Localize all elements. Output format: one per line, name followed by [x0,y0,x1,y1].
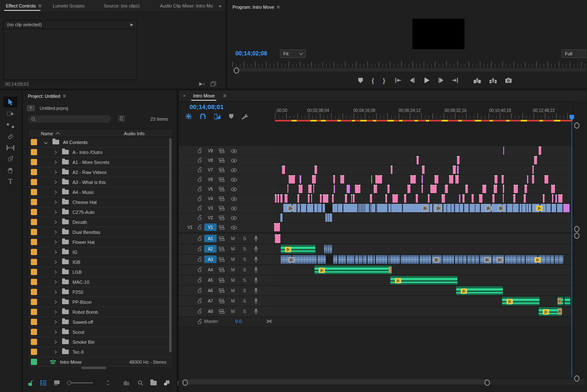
timeline-clip[interactable] [455,175,459,184]
timeline-panel-menu-icon[interactable]: ≡ [223,93,226,99]
program-scrubber-track[interactable] [232,68,587,72]
timeline-clip[interactable] [315,166,317,174]
expand-chevron-icon[interactable] [53,300,57,303]
track-lock-icon-A4[interactable] [197,267,203,273]
timeline-clip[interactable] [274,223,280,231]
project-sequence-row[interactable]: Intro Move48000 Hz - Stereo [28,357,173,367]
track-select-forward-tool[interactable] [3,109,17,119]
track-lock-icon-V5[interactable] [197,186,203,192]
zoom-slider[interactable] [67,381,93,385]
snap-magnet-icon[interactable] [200,114,206,119]
track-lock-icon-V8[interactable] [197,157,203,163]
label-color-chip[interactable] [31,349,37,355]
project-bin-row[interactable]: Decath [28,217,173,227]
expand-chevron-icon[interactable] [53,320,57,323]
project-panel-title[interactable]: Project: Untitled [28,94,60,99]
fx-badge[interactable]: fx [485,206,492,211]
timeline-clip[interactable] [435,175,438,184]
timeline-clip[interactable] [385,194,387,203]
solo-button-A2[interactable]: S [242,246,247,252]
expand-chevron-icon[interactable] [53,290,57,293]
razor-tool[interactable] [3,131,17,142]
project-bin-row[interactable]: Robot Bomb [28,307,173,317]
mute-button-A8[interactable]: M [230,308,236,314]
label-color-chip[interactable] [31,329,37,335]
mark-out-icon[interactable]: } [383,77,385,84]
timeline-clip[interactable] [495,175,497,184]
track-name-V1[interactable]: V1 [204,223,217,231]
fx-badge[interactable]: fx [497,257,503,263]
timeline-clip[interactable] [503,146,504,155]
expand-chevron-icon[interactable] [53,180,57,184]
sync-lock-icon-V5[interactable] [218,186,225,192]
hscroll-right-handle[interactable] [485,380,490,386]
label-color-chip[interactable] [31,179,37,185]
timeline-clip[interactable] [557,297,563,305]
expand-chevron-icon[interactable] [53,280,57,283]
timeline-clip[interactable] [445,185,448,193]
timeline-clip[interactable] [325,213,327,222]
hscroll-left-handle[interactable] [182,380,188,386]
export-frame-camera-icon[interactable] [505,78,512,83]
timeline-clip[interactable] [282,166,285,174]
track-lock-icon-V4[interactable] [197,196,203,201]
label-color-chip[interactable] [31,159,37,165]
add-marker-icon[interactable] [358,78,363,83]
fx-badge[interactable]: fx [285,247,291,252]
fx-badge[interactable]: fx [543,309,549,315]
toggle-output-eye-icon-V3[interactable] [230,206,237,211]
mute-button-A1[interactable]: M [230,236,236,241]
solo-button-A8[interactable]: S [242,308,247,314]
fx-badge[interactable]: fx [433,257,440,263]
master-pan-icon[interactable]: ⋈ [267,318,273,325]
timeline-clip[interactable] [311,194,312,203]
timeline-clip[interactable] [453,166,456,174]
project-bin-row[interactable]: A3 - What is this [28,177,173,187]
program-panel-menu-icon[interactable]: ≡ [277,4,280,10]
voiceover-mic-icon-A4[interactable] [252,267,259,273]
project-bin-row[interactable]: A2 - Raw Videos [28,167,173,177]
track-name-A4[interactable]: A4 [204,266,217,273]
expand-chevron-icon[interactable] [53,260,57,263]
voiceover-mic-icon-A8[interactable] [252,308,259,314]
fx-badge[interactable]: fx [319,268,325,273]
master-level-value[interactable]: 0.0 [235,319,248,325]
project-panel-menu-icon[interactable]: ≡ [63,93,66,99]
solo-button-A4[interactable]: S [242,267,247,273]
timeline-settings-wrench-icon[interactable] [242,113,248,119]
fx-badge[interactable]: fx [395,278,401,283]
voiceover-mic-icon-A7[interactable] [252,298,259,304]
expand-chevron-icon[interactable] [53,230,57,233]
timeline-clip[interactable] [552,194,553,203]
timeline-clip[interactable] [355,185,360,193]
timeline-vscroll-mid2-handle[interactable] [574,233,580,239]
mute-button-A3[interactable]: M [230,256,236,262]
fx-badge[interactable]: fx [536,206,542,211]
timeline-clip[interactable] [275,194,277,203]
mute-button-A4[interactable]: M [230,267,236,273]
timeline-clip[interactable] [308,194,310,203]
track-name-V5[interactable]: V5 [204,185,217,193]
track-name-A5[interactable]: A5 [204,276,217,284]
timeline-clip-group-A3[interactable] [281,255,563,264]
tab-lumetri-scopes[interactable]: Lumetri Scopes [47,0,88,12]
label-color-chip[interactable] [31,219,37,225]
timeline-clip[interactable] [308,185,312,193]
label-color-chip[interactable] [31,189,37,195]
timeline-clip[interactable] [551,185,555,193]
project-bin-row[interactable]: Dual Berettas [28,227,173,237]
sort-ascending-icon[interactable] [56,132,60,136]
project-bin-row[interactable]: A1 - More Secrets [28,157,173,167]
timeline-clip[interactable] [347,185,350,193]
timeline-clip[interactable] [313,185,314,193]
timeline-clip[interactable] [300,175,301,184]
tab-audio-clip-mixer[interactable]: Audio Clip Mixer: Intro Mo [154,0,215,12]
timeline-clip[interactable] [545,175,548,184]
track-lane-A2[interactable] [275,244,572,254]
solo-button-A1[interactable]: S [242,236,247,241]
timeline-hscroll-thumb[interactable] [182,379,489,385]
timeline-clip[interactable] [327,213,329,222]
timeline-clip[interactable] [387,185,390,193]
timeline-clip[interactable] [465,185,468,193]
timeline-clip[interactable] [370,194,372,203]
